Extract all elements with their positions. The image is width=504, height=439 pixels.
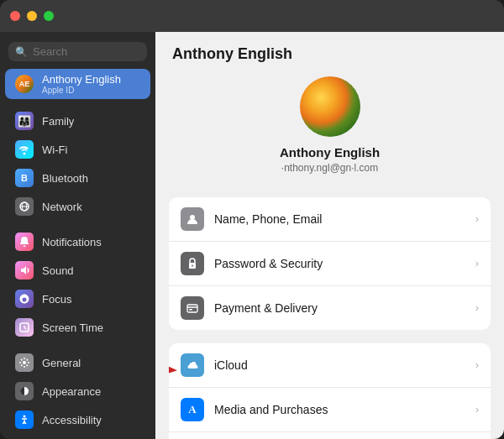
sidebar-item-network[interactable]: Network <box>5 193 150 220</box>
close-button[interactable] <box>10 11 20 21</box>
traffic-lights <box>10 11 54 21</box>
avatar <box>300 76 360 137</box>
icloud-chevron: › <box>475 359 479 371</box>
sidebar-focus-label: Focus <box>42 293 71 306</box>
system-preferences-window: 🔍 AE Anthony English Apple ID 👨‍👩‍👧 Fami… <box>0 0 504 439</box>
main-title: Anthony English <box>172 45 487 63</box>
svg-rect-20 <box>189 309 192 311</box>
sidebar-wifi-label: Wi-Fi <box>42 144 67 156</box>
profile-name: Anthony English <box>280 145 380 159</box>
payment-delivery-chevron: › <box>475 302 479 314</box>
notifications-icon <box>15 233 34 251</box>
family-icon: 👨‍👩‍👧 <box>15 112 34 130</box>
svg-point-17 <box>192 265 193 267</box>
search-input[interactable] <box>33 45 140 58</box>
sidebar-apple-id-sublabel: Apple ID <box>42 86 121 95</box>
sidebar-item-screentime[interactable]: Screen Time <box>5 314 150 341</box>
sidebar-appearance-label: Appearance <box>42 385 101 398</box>
sidebar-bluetooth-label: Bluetooth <box>42 172 88 185</box>
wifi-icon <box>15 140 34 159</box>
main-menu-group-2: iCloud › A Media and Purchases › <box>169 343 491 439</box>
search-icon: 🔍 <box>15 46 28 58</box>
sidebar-notifications-label: Notifications <box>42 236 102 248</box>
minimize-button[interactable] <box>27 11 37 21</box>
menu-item-icloud[interactable]: iCloud › <box>169 343 491 388</box>
sidebar-item-accessibility[interactable]: Accessibility <box>5 406 150 433</box>
icloud-label: iCloud <box>214 358 475 372</box>
maximize-button[interactable] <box>44 11 54 21</box>
password-security-icon <box>181 252 204 275</box>
search-box[interactable]: 🔍 <box>8 42 147 61</box>
general-icon <box>15 353 34 372</box>
media-purchases-icon: A <box>181 398 204 421</box>
network-icon <box>15 197 34 216</box>
main-menu-group-1: Name, Phone, Email › Password & Sec <box>169 197 491 330</box>
sidebar-apple-id-info: Anthony English Apple ID <box>42 73 121 95</box>
icloud-icon <box>181 353 204 377</box>
svg-point-7 <box>23 361 26 364</box>
sidebar-item-controlcentre[interactable]: Control Centre <box>5 435 150 439</box>
sidebar-general-label: General <box>42 357 81 369</box>
sidebar-item-appearance[interactable]: Appearance <box>5 378 150 405</box>
menu-item-family-sharing[interactable]: Family Sharing › <box>169 432 491 439</box>
sidebar-item-sound[interactable]: Sound <box>5 257 150 284</box>
svg-rect-18 <box>187 305 197 312</box>
titlebar <box>0 0 504 32</box>
cards-section: Name, Phone, Email › Password & Sec <box>155 197 504 439</box>
sidebar-item-apple-id[interactable]: AE Anthony English Apple ID <box>5 69 150 99</box>
sidebar-apple-id-name: Anthony English <box>42 73 121 86</box>
content-area: 🔍 AE Anthony English Apple ID 👨‍👩‍👧 Fami… <box>0 32 504 439</box>
menu-item-name-phone-email[interactable]: Name, Phone, Email › <box>169 197 491 242</box>
profile-section: Anthony English ·nthony.ngl@gn·l.com <box>172 76 487 187</box>
sound-icon <box>15 261 34 280</box>
svg-line-6 <box>24 327 26 329</box>
sidebar-family-label: Family <box>42 115 74 128</box>
bluetooth-icon: B <box>15 169 34 187</box>
sidebar-item-wifi[interactable]: Wi-Fi <box>5 136 150 163</box>
payment-delivery-icon <box>181 296 204 320</box>
accessibility-icon <box>15 410 34 429</box>
name-phone-email-label: Name, Phone, Email <box>214 212 475 226</box>
appearance-icon <box>15 382 34 400</box>
media-purchases-label: Media and Purchases <box>214 403 475 416</box>
avatar-image <box>300 76 360 137</box>
payment-delivery-label: Payment & Delivery <box>214 301 475 315</box>
name-phone-email-chevron: › <box>475 213 479 225</box>
sidebar-network-label: Network <box>42 201 82 213</box>
main-panel: Anthony English Anthony English ·nthony.… <box>155 32 504 439</box>
menu-item-payment-delivery[interactable]: Payment & Delivery › <box>169 286 491 330</box>
password-security-chevron: › <box>475 258 479 269</box>
sidebar-screentime-label: Screen Time <box>42 321 103 334</box>
sidebar-item-bluetooth[interactable]: B Bluetooth <box>5 165 150 191</box>
svg-point-9 <box>24 415 26 418</box>
focus-icon <box>15 290 34 308</box>
name-phone-email-icon <box>181 207 204 231</box>
apple-id-avatar-icon: AE <box>15 75 34 93</box>
menu-item-password-security[interactable]: Password & Security › <box>169 242 491 286</box>
sidebar-item-family[interactable]: 👨‍👩‍👧 Family <box>5 107 150 134</box>
sidebar-sound-label: Sound <box>42 264 74 277</box>
sidebar-accessibility-label: Accessibility <box>42 414 102 426</box>
menu-item-media-purchases[interactable]: A Media and Purchases › <box>169 388 491 432</box>
sidebar-item-general[interactable]: General <box>5 349 150 376</box>
profile-email: ·nthony.ngl@gn·l.com <box>281 162 378 174</box>
sidebar-item-notifications[interactable]: Notifications <box>5 228 150 255</box>
media-purchases-chevron: › <box>475 404 479 415</box>
svg-marker-3 <box>21 266 26 274</box>
sidebar-item-focus[interactable]: Focus <box>5 285 150 312</box>
screentime-icon <box>15 318 34 337</box>
password-security-label: Password & Security <box>214 257 475 270</box>
main-header: Anthony English Anthony English ·nthony.… <box>155 32 504 197</box>
sidebar: 🔍 AE Anthony English Apple ID 👨‍👩‍👧 Fami… <box>0 32 155 439</box>
